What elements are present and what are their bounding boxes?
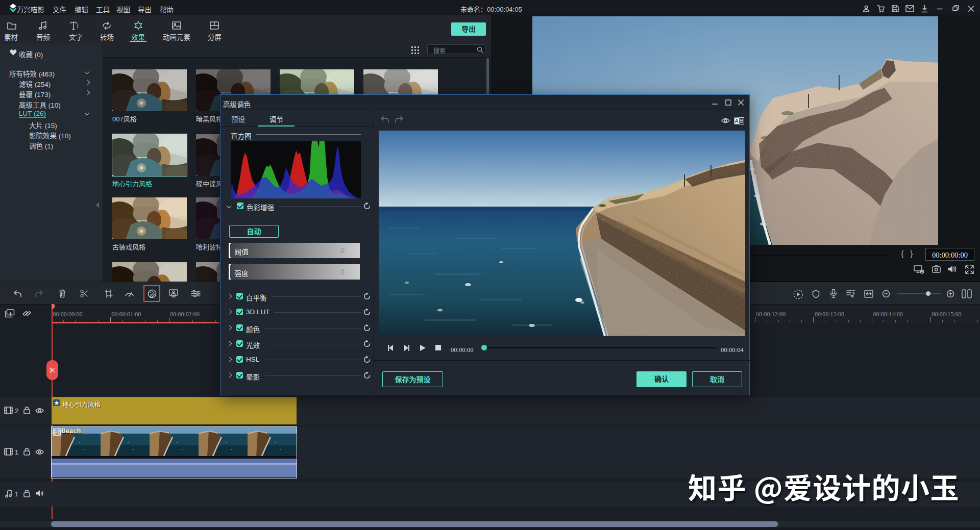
svg-text:A: A (735, 118, 739, 124)
svg-text:B: B (740, 118, 744, 124)
